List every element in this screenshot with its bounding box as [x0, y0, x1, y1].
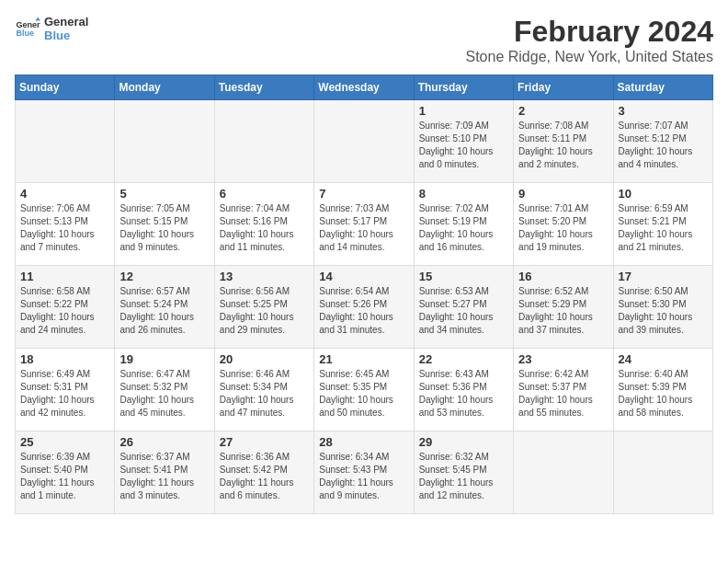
day-info: Sunrise: 6:53 AM Sunset: 5:27 PM Dayligh…	[419, 285, 508, 337]
calendar-cell: 6Sunrise: 7:04 AM Sunset: 5:16 PM Daylig…	[214, 183, 313, 266]
day-number: 11	[20, 270, 109, 283]
calendar-cell: 17Sunrise: 6:50 AM Sunset: 5:30 PM Dayli…	[613, 266, 712, 349]
calendar-cell: 27Sunrise: 6:36 AM Sunset: 5:42 PM Dayli…	[214, 431, 313, 514]
day-number: 4	[20, 187, 109, 201]
calendar-cell: 1Sunrise: 7:09 AM Sunset: 5:10 PM Daylig…	[414, 100, 513, 183]
calendar-cell	[314, 100, 414, 183]
day-info: Sunrise: 6:57 AM Sunset: 5:24 PM Dayligh…	[119, 285, 209, 337]
day-number: 12	[119, 270, 209, 283]
calendar-cell: 9Sunrise: 7:01 AM Sunset: 5:20 PM Daylig…	[514, 183, 613, 266]
calendar-week-row: 1Sunrise: 7:09 AM Sunset: 5:10 PM Daylig…	[16, 100, 713, 183]
calendar-title: February 2024	[466, 15, 714, 49]
calendar-cell: 29Sunrise: 6:32 AM Sunset: 5:45 PM Dayli…	[414, 431, 513, 514]
day-number: 10	[619, 187, 708, 201]
day-number: 5	[119, 187, 209, 201]
day-info: Sunrise: 6:54 AM Sunset: 5:26 PM Dayligh…	[319, 285, 408, 337]
calendar-cell: 12Sunrise: 6:57 AM Sunset: 5:24 PM Dayli…	[115, 266, 214, 349]
calendar-cell: 14Sunrise: 6:54 AM Sunset: 5:26 PM Dayli…	[314, 266, 414, 349]
day-info: Sunrise: 6:36 AM Sunset: 5:42 PM Dayligh…	[220, 451, 309, 502]
day-number: 1	[419, 104, 508, 118]
calendar-cell	[115, 100, 214, 183]
day-number: 16	[518, 270, 608, 283]
day-info: Sunrise: 6:39 AM Sunset: 5:40 PM Dayligh…	[20, 451, 109, 502]
calendar-week-row: 4Sunrise: 7:06 AM Sunset: 5:13 PM Daylig…	[16, 183, 713, 266]
calendar-cell	[16, 100, 115, 183]
logo: General Blue General Blue	[15, 15, 88, 42]
day-info: Sunrise: 6:58 AM Sunset: 5:22 PM Dayligh…	[20, 285, 109, 337]
calendar-subtitle: Stone Ridge, New York, United States	[466, 49, 714, 65]
calendar-cell: 18Sunrise: 6:49 AM Sunset: 5:31 PM Dayli…	[16, 349, 115, 431]
day-number: 19	[119, 352, 209, 366]
calendar-table: SundayMondayTuesdayWednesdayThursdayFrid…	[15, 75, 713, 514]
day-number: 14	[319, 270, 408, 283]
day-number: 25	[20, 435, 109, 449]
day-info: Sunrise: 6:49 AM Sunset: 5:31 PM Dayligh…	[20, 368, 109, 419]
day-number: 17	[619, 270, 708, 283]
calendar-cell: 4Sunrise: 7:06 AM Sunset: 5:13 PM Daylig…	[16, 183, 115, 266]
day-number: 9	[518, 187, 608, 201]
day-info: Sunrise: 7:07 AM Sunset: 5:12 PM Dayligh…	[619, 120, 708, 171]
day-info: Sunrise: 6:43 AM Sunset: 5:36 PM Dayligh…	[419, 368, 508, 419]
weekday-header-friday: Friday	[514, 75, 613, 100]
calendar-cell: 22Sunrise: 6:43 AM Sunset: 5:36 PM Dayli…	[414, 349, 513, 431]
calendar-cell: 8Sunrise: 7:02 AM Sunset: 5:19 PM Daylig…	[414, 183, 513, 266]
day-info: Sunrise: 6:56 AM Sunset: 5:25 PM Dayligh…	[220, 285, 309, 337]
calendar-cell: 13Sunrise: 6:56 AM Sunset: 5:25 PM Dayli…	[214, 266, 313, 349]
day-number: 3	[619, 104, 708, 118]
day-info: Sunrise: 7:02 AM Sunset: 5:19 PM Dayligh…	[419, 202, 508, 254]
weekday-header-tuesday: Tuesday	[214, 75, 313, 100]
calendar-cell: 21Sunrise: 6:45 AM Sunset: 5:35 PM Dayli…	[314, 349, 414, 431]
day-number: 22	[419, 352, 508, 366]
day-number: 20	[220, 352, 309, 366]
logo-general: General	[44, 15, 88, 29]
calendar-cell: 5Sunrise: 7:05 AM Sunset: 5:15 PM Daylig…	[115, 183, 214, 266]
weekday-header-row: SundayMondayTuesdayWednesdayThursdayFrid…	[16, 75, 713, 100]
day-number: 28	[319, 435, 408, 449]
svg-marker-2	[35, 17, 40, 20]
day-number: 26	[119, 435, 209, 449]
page-header: General Blue General Blue February 2024 …	[15, 15, 713, 65]
calendar-cell	[214, 100, 313, 183]
day-number: 7	[319, 187, 408, 201]
calendar-cell: 19Sunrise: 6:47 AM Sunset: 5:32 PM Dayli…	[115, 349, 214, 431]
day-info: Sunrise: 6:37 AM Sunset: 5:41 PM Dayligh…	[119, 451, 209, 502]
day-number: 15	[419, 270, 508, 283]
weekday-header-sunday: Sunday	[16, 75, 115, 100]
calendar-week-row: 18Sunrise: 6:49 AM Sunset: 5:31 PM Dayli…	[16, 349, 713, 431]
day-info: Sunrise: 7:06 AM Sunset: 5:13 PM Dayligh…	[20, 202, 109, 254]
day-info: Sunrise: 6:46 AM Sunset: 5:34 PM Dayligh…	[220, 368, 309, 419]
day-number: 6	[220, 187, 309, 201]
day-number: 23	[518, 352, 608, 366]
day-info: Sunrise: 6:32 AM Sunset: 5:45 PM Dayligh…	[419, 451, 508, 502]
day-info: Sunrise: 7:01 AM Sunset: 5:20 PM Dayligh…	[518, 202, 608, 254]
calendar-cell: 20Sunrise: 6:46 AM Sunset: 5:34 PM Dayli…	[214, 349, 313, 431]
calendar-cell: 10Sunrise: 6:59 AM Sunset: 5:21 PM Dayli…	[613, 183, 712, 266]
day-number: 13	[220, 270, 309, 283]
calendar-week-row: 25Sunrise: 6:39 AM Sunset: 5:40 PM Dayli…	[16, 431, 713, 514]
day-number: 18	[20, 352, 109, 366]
day-info: Sunrise: 7:08 AM Sunset: 5:11 PM Dayligh…	[518, 120, 608, 171]
svg-text:Blue: Blue	[16, 29, 34, 38]
weekday-header-thursday: Thursday	[414, 75, 513, 100]
day-number: 29	[419, 435, 508, 449]
calendar-cell: 2Sunrise: 7:08 AM Sunset: 5:11 PM Daylig…	[514, 100, 613, 183]
day-info: Sunrise: 6:40 AM Sunset: 5:39 PM Dayligh…	[619, 368, 708, 419]
weekday-header-monday: Monday	[115, 75, 214, 100]
day-info: Sunrise: 7:09 AM Sunset: 5:10 PM Dayligh…	[419, 120, 508, 171]
day-info: Sunrise: 7:04 AM Sunset: 5:16 PM Dayligh…	[220, 202, 309, 254]
calendar-cell: 11Sunrise: 6:58 AM Sunset: 5:22 PM Dayli…	[16, 266, 115, 349]
day-number: 8	[419, 187, 508, 201]
day-info: Sunrise: 6:52 AM Sunset: 5:29 PM Dayligh…	[518, 285, 608, 337]
calendar-cell: 24Sunrise: 6:40 AM Sunset: 5:39 PM Dayli…	[613, 349, 712, 431]
day-info: Sunrise: 6:47 AM Sunset: 5:32 PM Dayligh…	[119, 368, 209, 419]
logo-blue: Blue	[44, 29, 88, 42]
day-info: Sunrise: 6:45 AM Sunset: 5:35 PM Dayligh…	[319, 368, 408, 419]
day-number: 21	[319, 352, 408, 366]
day-number: 27	[220, 435, 309, 449]
calendar-cell	[514, 431, 613, 514]
weekday-header-saturday: Saturday	[613, 75, 712, 100]
calendar-cell	[613, 431, 712, 514]
day-info: Sunrise: 6:50 AM Sunset: 5:30 PM Dayligh…	[619, 285, 708, 337]
svg-text:General: General	[16, 20, 40, 29]
calendar-cell: 16Sunrise: 6:52 AM Sunset: 5:29 PM Dayli…	[514, 266, 613, 349]
